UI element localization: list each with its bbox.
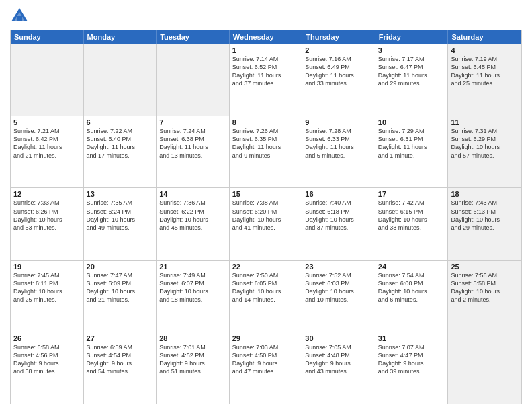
cal-cell-w3-d4: 15Sunrise: 7:38 AM Sunset: 6:20 PM Dayli… [230,188,303,259]
day-number: 7 [159,118,226,126]
weekday-header-tuesday: Tuesday [157,30,230,44]
day-number: 2 [305,46,372,54]
day-number: 10 [378,118,445,126]
cal-cell-w4-d5: 23Sunrise: 7:52 AM Sunset: 6:03 PM Dayli… [302,261,375,332]
day-info: Sunrise: 7:31 AM Sunset: 6:29 PM Dayligh… [451,127,519,160]
day-info: Sunrise: 7:38 AM Sunset: 6:20 PM Dayligh… [232,199,300,232]
day-number: 28 [159,334,226,342]
day-info: Sunrise: 7:28 AM Sunset: 6:33 PM Dayligh… [305,127,372,160]
day-number: 6 [87,118,154,126]
cal-cell-w2-d7: 11Sunrise: 7:31 AM Sunset: 6:29 PM Dayli… [448,116,521,187]
day-info: Sunrise: 7:50 AM Sunset: 6:05 PM Dayligh… [232,271,300,304]
cal-cell-w2-d6: 10Sunrise: 7:29 AM Sunset: 6:31 PM Dayli… [375,116,449,187]
calendar: SundayMondayTuesdayWednesdayThursdayFrid… [10,30,522,404]
cal-cell-w4-d7: 25Sunrise: 7:56 AM Sunset: 5:58 PM Dayli… [448,261,521,332]
day-number: 8 [232,118,300,126]
cal-cell-w5-d1: 26Sunrise: 6:58 AM Sunset: 4:56 PM Dayli… [11,332,84,404]
day-number: 3 [378,46,445,54]
weekday-header-sunday: Sunday [11,30,84,44]
day-number: 30 [305,334,372,342]
cal-cell-w5-d5: 30Sunrise: 7:05 AM Sunset: 4:48 PM Dayli… [302,332,375,404]
day-info: Sunrise: 7:45 AM Sunset: 6:11 PM Dayligh… [13,271,81,304]
day-number: 20 [87,263,154,271]
calendar-header-row: SundayMondayTuesdayWednesdayThursdayFrid… [11,30,521,44]
cal-cell-w4-d6: 24Sunrise: 7:54 AM Sunset: 6:00 PM Dayli… [375,261,449,332]
logo [10,7,32,26]
day-info: Sunrise: 7:07 AM Sunset: 4:47 PM Dayligh… [378,343,445,376]
day-number: 15 [232,190,300,198]
day-info: Sunrise: 7:22 AM Sunset: 6:40 PM Dayligh… [87,127,154,160]
cal-cell-w3-d3: 14Sunrise: 7:36 AM Sunset: 6:22 PM Dayli… [157,188,230,259]
calendar-week-3: 12Sunrise: 7:33 AM Sunset: 6:26 PM Dayli… [11,187,521,259]
day-info: Sunrise: 7:01 AM Sunset: 4:52 PM Dayligh… [159,343,226,376]
day-info: Sunrise: 7:36 AM Sunset: 6:22 PM Dayligh… [159,199,226,232]
day-number: 19 [13,263,81,271]
cal-cell-w2-d4: 8Sunrise: 7:26 AM Sunset: 6:35 PM Daylig… [230,116,303,187]
logo-icon [10,7,29,26]
cal-cell-w4-d1: 19Sunrise: 7:45 AM Sunset: 6:11 PM Dayli… [11,261,84,332]
day-number: 23 [305,263,372,271]
day-info: Sunrise: 6:58 AM Sunset: 4:56 PM Dayligh… [13,343,81,376]
calendar-body: 1Sunrise: 7:14 AM Sunset: 6:52 PM Daylig… [11,44,521,404]
day-number: 14 [159,190,226,198]
cal-cell-w1-d6: 3Sunrise: 7:17 AM Sunset: 6:47 PM Daylig… [375,44,449,116]
day-number: 29 [232,334,300,342]
day-number: 31 [378,334,445,342]
cal-cell-w5-d3: 28Sunrise: 7:01 AM Sunset: 4:52 PM Dayli… [157,332,230,404]
day-info: Sunrise: 7:40 AM Sunset: 6:18 PM Dayligh… [305,199,372,232]
day-info: Sunrise: 6:59 AM Sunset: 4:54 PM Dayligh… [87,343,154,376]
day-info: Sunrise: 7:03 AM Sunset: 4:50 PM Dayligh… [232,343,300,376]
day-info: Sunrise: 7:54 AM Sunset: 6:00 PM Dayligh… [378,271,445,304]
calendar-week-2: 5Sunrise: 7:21 AM Sunset: 6:42 PM Daylig… [11,116,521,187]
cal-cell-w5-d2: 27Sunrise: 6:59 AM Sunset: 4:54 PM Dayli… [84,332,157,404]
weekday-header-thursday: Thursday [302,30,375,44]
day-info: Sunrise: 7:49 AM Sunset: 6:07 PM Dayligh… [159,271,226,304]
cal-cell-w2-d3: 7Sunrise: 7:24 AM Sunset: 6:38 PM Daylig… [157,116,230,187]
day-info: Sunrise: 7:56 AM Sunset: 5:58 PM Dayligh… [451,271,519,304]
cal-cell-w3-d6: 17Sunrise: 7:42 AM Sunset: 6:15 PM Dayli… [375,188,449,259]
day-info: Sunrise: 7:26 AM Sunset: 6:35 PM Dayligh… [232,127,300,160]
weekday-header-friday: Friday [375,30,449,44]
day-info: Sunrise: 7:42 AM Sunset: 6:15 PM Dayligh… [378,199,445,232]
day-number: 27 [87,334,154,342]
day-number: 5 [13,118,81,126]
cal-cell-w3-d7: 18Sunrise: 7:43 AM Sunset: 6:13 PM Dayli… [448,188,521,259]
day-number: 11 [451,118,519,126]
day-info: Sunrise: 7:16 AM Sunset: 6:49 PM Dayligh… [305,55,372,88]
day-info: Sunrise: 7:19 AM Sunset: 6:45 PM Dayligh… [451,55,519,88]
cal-cell-w3-d2: 13Sunrise: 7:35 AM Sunset: 6:24 PM Dayli… [84,188,157,259]
cal-cell-w4-d2: 20Sunrise: 7:47 AM Sunset: 6:09 PM Dayli… [84,261,157,332]
cal-cell-w5-d7 [448,332,521,404]
cal-cell-w2-d5: 9Sunrise: 7:28 AM Sunset: 6:33 PM Daylig… [302,116,375,187]
day-info: Sunrise: 7:33 AM Sunset: 6:26 PM Dayligh… [13,199,81,232]
cal-cell-w4-d4: 22Sunrise: 7:50 AM Sunset: 6:05 PM Dayli… [230,261,303,332]
day-number: 1 [232,46,300,54]
calendar-week-5: 26Sunrise: 6:58 AM Sunset: 4:56 PM Dayli… [11,332,521,404]
day-number: 18 [451,190,519,198]
day-number: 17 [378,190,445,198]
day-number: 26 [13,334,81,342]
cal-cell-w5-d6: 31Sunrise: 7:07 AM Sunset: 4:47 PM Dayli… [375,332,449,404]
day-number: 13 [87,190,154,198]
cal-cell-w3-d1: 12Sunrise: 7:33 AM Sunset: 6:26 PM Dayli… [11,188,84,259]
page: SundayMondayTuesdayWednesdayThursdayFrid… [0,0,532,411]
weekday-header-saturday: Saturday [448,30,521,44]
cal-cell-w1-d4: 1Sunrise: 7:14 AM Sunset: 6:52 PM Daylig… [230,44,303,116]
day-number: 24 [378,263,445,271]
day-info: Sunrise: 7:47 AM Sunset: 6:09 PM Dayligh… [87,271,154,304]
cal-cell-w1-d7: 4Sunrise: 7:19 AM Sunset: 6:45 PM Daylig… [448,44,521,116]
calendar-week-4: 19Sunrise: 7:45 AM Sunset: 6:11 PM Dayli… [11,260,521,332]
cal-cell-w5-d4: 29Sunrise: 7:03 AM Sunset: 4:50 PM Dayli… [230,332,303,404]
cal-cell-w2-d2: 6Sunrise: 7:22 AM Sunset: 6:40 PM Daylig… [84,116,157,187]
day-number: 12 [13,190,81,198]
cal-cell-w1-d3 [157,44,230,116]
day-number: 9 [305,118,372,126]
cal-cell-w2-d1: 5Sunrise: 7:21 AM Sunset: 6:42 PM Daylig… [11,116,84,187]
day-info: Sunrise: 7:17 AM Sunset: 6:47 PM Dayligh… [378,55,445,88]
day-info: Sunrise: 7:43 AM Sunset: 6:13 PM Dayligh… [451,199,519,232]
weekday-header-wednesday: Wednesday [230,30,303,44]
day-number: 16 [305,190,372,198]
day-number: 21 [159,263,226,271]
header [10,7,522,26]
calendar-week-1: 1Sunrise: 7:14 AM Sunset: 6:52 PM Daylig… [11,44,521,116]
